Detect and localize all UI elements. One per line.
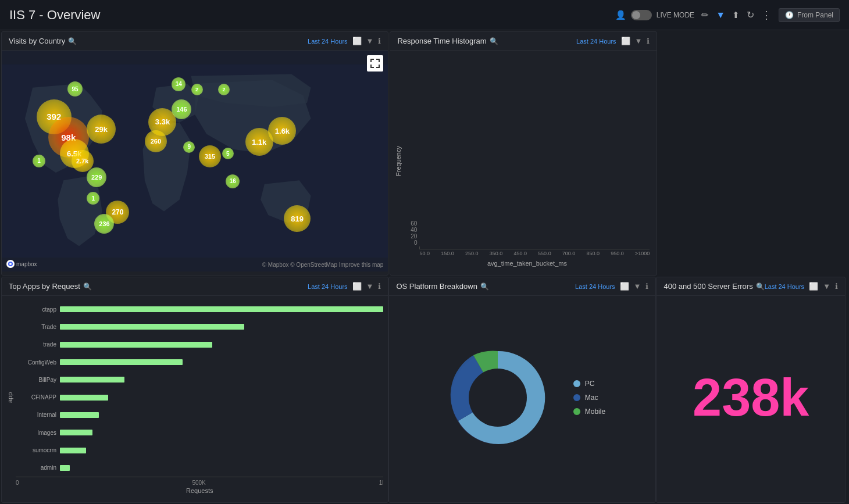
time-range-os[interactable]: Last 24 Hours [575, 283, 615, 290]
bar-row: admin [16, 464, 383, 471]
share-icon[interactable]: ⬆ [732, 10, 740, 20]
big-number-container: 238k [657, 296, 845, 499]
panel-header-os: OS Platform Breakdown 🔍 Last 24 Hours ⬜ … [389, 277, 655, 296]
info-icon-visits[interactable]: ℹ [378, 37, 381, 45]
bar-row: ctapp [16, 306, 383, 313]
os-platform-panel: OS Platform Breakdown 🔍 Last 24 Hours ⬜ … [388, 277, 656, 503]
time-range-visits[interactable]: Last 24 Hours [308, 38, 347, 45]
mapbox-icon [6, 260, 15, 268]
bar-row-label: sumocrm [16, 447, 56, 453]
filter-icon-os[interactable]: ▼ [634, 282, 641, 291]
bar-fill [60, 465, 70, 471]
bar-track [60, 377, 383, 383]
histogram-chart: 60 40 20 0 50.0 150.0 250.0 [404, 55, 650, 258]
bubble-95[interactable]: 95 [67, 81, 83, 96]
search-icon-visits[interactable]: 🔍 [68, 37, 77, 45]
panel-controls-errors: Last 24 Hours ⬜ ▼ ℹ [765, 282, 838, 291]
search-icon-errors[interactable]: 🔍 [756, 283, 765, 291]
panel-controls-os: Last 24 Hours ⬜ ▼ ℹ [575, 282, 648, 291]
clock-icon: 🕐 [785, 11, 794, 19]
bar-track [60, 342, 383, 348]
bubble-2-top[interactable]: 2 [191, 84, 203, 95]
search-icon-os[interactable]: 🔍 [480, 283, 489, 291]
bar-row: sumocrm [16, 447, 383, 453]
top-apps-panel: Top Apps by Request 🔍 Last 24 Hours ⬜ ▼ … [1, 277, 388, 503]
info-icon-histogram[interactable]: ℹ [647, 37, 650, 45]
legend-item-mobile: Mobile [573, 408, 605, 416]
bubble-315[interactable]: 315 [199, 145, 221, 167]
bubble-14[interactable]: 14 [172, 77, 186, 91]
more-icon[interactable]: ⋮ [761, 9, 772, 22]
expand-button[interactable] [367, 55, 383, 72]
filter-icon-apps[interactable]: ▼ [366, 282, 374, 291]
bubble-146[interactable]: 146 [172, 99, 191, 119]
panel-title-os: OS Platform Breakdown 🔍 [396, 282, 488, 291]
refresh-icon[interactable]: ↻ [747, 9, 754, 20]
y-axis-label-apps: app [6, 301, 13, 494]
copy-icon-histogram[interactable]: ⬜ [621, 37, 630, 45]
visits-by-country-panel: Visits by Country 🔍 Last 24 Hours ⬜ ▼ ℹ [1, 31, 388, 276]
x-axis-label-histogram: avg_time_taken_bucket_ms [404, 260, 650, 267]
bubble-260[interactable]: 260 [145, 130, 167, 152]
bar-track [60, 412, 383, 418]
bar-fill [60, 342, 212, 348]
mapbox-logo: mapbox [6, 260, 37, 268]
bar-row-label: ctapp [16, 306, 56, 313]
bar-row-label: CFINAPP [16, 394, 56, 401]
copy-icon-apps[interactable]: ⬜ [352, 282, 362, 291]
bubble-16[interactable]: 16 [226, 174, 240, 188]
bubble-819[interactable]: 819 [284, 205, 311, 232]
panel-title-histogram: Response Time Histogram 🔍 [397, 37, 498, 45]
big-number-value: 238k [693, 371, 809, 424]
panel-header-errors: 400 and 500 Server Errors 🔍 Last 24 Hour… [657, 277, 845, 296]
bubble-2-tr[interactable]: 2 [218, 84, 230, 95]
info-icon-errors[interactable]: ℹ [835, 282, 838, 291]
bar-fill [60, 359, 183, 365]
filter-icon-visits[interactable]: ▼ [366, 37, 374, 45]
bubble-2-7k[interactable]: 2.7k [72, 150, 94, 172]
histogram-container: Frequency 60 40 20 0 [390, 51, 657, 271]
server-errors-panel: 400 and 500 Server Errors 🔍 Last 24 Hour… [656, 277, 846, 503]
bar-track [60, 395, 383, 401]
hist-bars-area: 50.0 150.0 250.0 350.0 450.0 550.0 700.0… [419, 246, 650, 258]
time-range-errors[interactable]: Last 24 Hours [765, 283, 804, 290]
pencil-icon[interactable]: ✏ [701, 10, 709, 20]
time-range-histogram[interactable]: Last 24 Hours [576, 38, 616, 45]
search-icon-histogram[interactable]: 🔍 [490, 37, 498, 45]
bar-row-label: ConfigWeb [16, 359, 56, 366]
filter-icon[interactable]: ▼ [716, 10, 725, 20]
panel-title-visits: Visits by Country 🔍 [9, 37, 77, 45]
bar-chart-inner: ctappTradetradeConfigWebBillPayCFINAPPIn… [16, 301, 383, 494]
x-axis-label-apps: Requests [16, 487, 383, 494]
time-range-apps[interactable]: Last 24 Hours [308, 283, 347, 290]
bar-row-label: BillPay [16, 377, 56, 383]
bar-fill [60, 412, 99, 418]
bar-row: ConfigWeb [16, 359, 383, 366]
live-mode-toggle[interactable] [631, 10, 652, 20]
search-icon-apps[interactable]: 🔍 [83, 283, 92, 291]
from-panel-button[interactable]: 🕐 From Panel [779, 8, 840, 22]
user-icon: 👤 [615, 10, 626, 20]
bar-fill [60, 306, 383, 312]
panel-header-visits: Visits by Country 🔍 Last 24 Hours ⬜ ▼ ℹ [2, 32, 388, 51]
hist-x-labels: 50.0 150.0 250.0 350.0 450.0 550.0 700.0… [419, 249, 650, 258]
legend-dot-pc [573, 380, 580, 387]
bar-fill [60, 430, 92, 435]
info-icon-apps[interactable]: ℹ [378, 282, 381, 291]
bubble-9[interactable]: 9 [183, 141, 195, 153]
bar-row-label: Images [16, 430, 56, 436]
bar-chart-container: app ctappTradetradeConfigWebBillPayCFINA… [2, 296, 388, 499]
copy-icon-os[interactable]: ⬜ [620, 282, 629, 291]
copy-icon-visits[interactable]: ⬜ [352, 37, 362, 45]
copy-icon-errors[interactable]: ⬜ [809, 282, 818, 291]
info-icon-os[interactable]: ℹ [645, 282, 648, 291]
expand-icon [370, 59, 380, 68]
panel-title-errors: 400 and 500 Server Errors 🔍 [663, 282, 764, 291]
bubble-1-left[interactable]: 1 [33, 155, 45, 167]
bar-fill [60, 377, 124, 383]
bubble-5[interactable]: 5 [222, 148, 234, 159]
bar-row-label: trade [16, 341, 56, 348]
donut-container: PC Mac Mobile [389, 296, 655, 499]
filter-icon-histogram[interactable]: ▼ [635, 37, 643, 45]
filter-icon-errors[interactable]: ▼ [823, 282, 830, 291]
